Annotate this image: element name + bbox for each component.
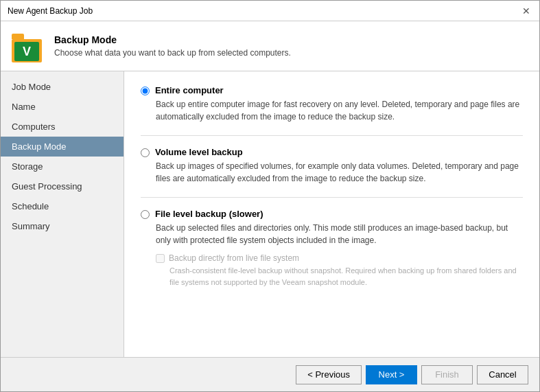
option-file-level: File level backup (slower) Back up selec… <box>141 209 523 288</box>
header-icon: V <box>12 30 45 62</box>
file-level-radio-label: File level backup (slower) <box>141 209 523 219</box>
sidebar-item-schedule[interactable]: Schedule <box>1 196 124 216</box>
file-level-title[interactable]: File level backup (slower) <box>155 209 263 219</box>
entire-computer-radio[interactable] <box>141 87 150 95</box>
sidebar-item-guest-processing[interactable]: Guest Processing <box>1 176 124 196</box>
previous-button[interactable]: < Previous <box>296 365 362 384</box>
divider-1 <box>141 135 523 136</box>
volume-level-radio-label: Volume level backup <box>141 147 523 157</box>
sidebar-item-job-mode[interactable]: Job Mode <box>1 77 124 97</box>
file-level-radio[interactable] <box>141 210 150 219</box>
title-bar: New Agent Backup Job ✕ <box>1 1 539 21</box>
veeam-logo-icon: V <box>14 42 39 61</box>
cancel-button[interactable]: Cancel <box>477 365 528 384</box>
option-entire-computer: Entire computer Back up entire computer … <box>141 85 523 123</box>
live-fs-checkbox[interactable] <box>156 254 165 263</box>
header-text: Backup Mode Choose what data you want to… <box>54 34 291 58</box>
volume-level-radio[interactable] <box>141 148 150 157</box>
volume-level-title[interactable]: Volume level backup <box>155 147 243 157</box>
option-volume-level: Volume level backup Back up images of sp… <box>141 147 523 185</box>
sidebar: Job Mode Name Computers Backup Mode Stor… <box>1 71 124 357</box>
file-level-desc: Back up selected files and directories o… <box>156 222 523 246</box>
content-area: Job Mode Name Computers Backup Mode Stor… <box>1 71 539 357</box>
main-content: Entire computer Back up entire computer … <box>124 71 539 357</box>
live-fs-checkbox-label: Backup directly from live file system <box>156 253 523 263</box>
close-button[interactable]: ✕ <box>520 5 532 17</box>
header-title: Backup Mode <box>54 34 291 45</box>
finish-button[interactable]: Finish <box>421 365 473 384</box>
dialog: New Agent Backup Job ✕ V Backup Mode Cho… <box>0 0 540 392</box>
sidebar-item-backup-mode[interactable]: Backup Mode <box>1 137 124 157</box>
entire-computer-desc: Back up entire computer image for fast r… <box>156 98 523 123</box>
volume-level-desc: Back up images of specified volumes, for… <box>156 160 523 185</box>
header-description: Choose what data you want to back up fro… <box>54 48 291 58</box>
sidebar-item-name[interactable]: Name <box>1 97 124 117</box>
sidebar-item-summary[interactable]: Summary <box>1 216 124 236</box>
entire-computer-title[interactable]: Entire computer <box>155 85 224 95</box>
header-area: V Backup Mode Choose what data you want … <box>1 21 539 71</box>
window-title: New Agent Backup Job <box>8 6 93 16</box>
footer: < Previous Next > Finish Cancel <box>1 357 539 391</box>
live-fs-desc: Crash-consistent file-level backup witho… <box>169 265 523 288</box>
live-fs-label: Backup directly from live file system <box>169 253 299 263</box>
sidebar-item-computers[interactable]: Computers <box>1 117 124 137</box>
next-button[interactable]: Next > <box>366 365 417 384</box>
sub-option-live-fs: Backup directly from live file system Cr… <box>156 253 523 288</box>
folder-tab-icon <box>12 34 24 39</box>
entire-computer-radio-label: Entire computer <box>141 85 523 95</box>
sidebar-item-storage[interactable]: Storage <box>1 157 124 176</box>
divider-2 <box>141 197 523 198</box>
